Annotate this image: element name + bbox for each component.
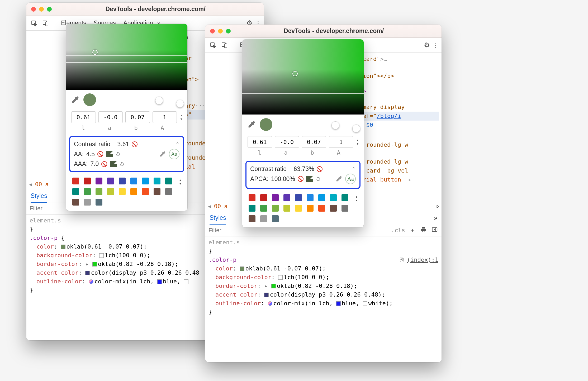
param-l-input[interactable]: 0.61 — [71, 111, 96, 123]
device-icon[interactable] — [220, 40, 230, 50]
color-swatch-icon[interactable] — [99, 253, 104, 258]
tab-styles[interactable]: Styles — [31, 192, 47, 203]
param-l-input[interactable]: 0.61 — [248, 136, 272, 148]
color-swatch-icon[interactable] — [271, 284, 276, 288]
palette-swatch[interactable] — [272, 205, 279, 212]
chevron-right-icon[interactable]: ▸ — [408, 176, 411, 183]
reload-icon[interactable] — [119, 161, 125, 167]
styles-filter-input[interactable] — [30, 205, 59, 212]
inspect-icon[interactable] — [208, 40, 218, 50]
palette-swatch[interactable] — [107, 178, 114, 184]
reload-icon[interactable] — [115, 151, 121, 157]
eyedropper-icon[interactable] — [335, 175, 343, 183]
device-icon[interactable] — [41, 18, 51, 28]
current-color-swatch[interactable] — [260, 118, 272, 131]
param-b-input[interactable]: 0.07 — [125, 111, 150, 123]
color-swatch-icon[interactable] — [61, 245, 65, 249]
palette-swatch[interactable] — [330, 194, 337, 201]
palette-swatch[interactable] — [96, 188, 102, 195]
palette-swatch[interactable] — [342, 205, 348, 212]
hue-handle-icon[interactable] — [331, 121, 339, 129]
aa-badge-icon[interactable]: Aa — [169, 149, 179, 159]
inspect-icon[interactable] — [29, 18, 39, 28]
tabs-overflow-icon[interactable]: » — [434, 215, 437, 222]
color-swatch-icon[interactable] — [85, 271, 90, 275]
crumb-item[interactable]: 00 — [35, 181, 42, 188]
palette-swatch[interactable] — [318, 194, 325, 201]
hue-handle-icon[interactable] — [155, 97, 163, 104]
saturation-picker[interactable] — [242, 39, 364, 115]
titlebar[interactable]: DevTools - developer.chrome.com/ — [205, 25, 442, 38]
minimize-icon[interactable] — [218, 29, 223, 34]
crumb-item[interactable]: 00 — [214, 203, 221, 209]
palette-swatch[interactable] — [165, 188, 172, 195]
titlebar[interactable]: DevTools - developer.chrome.com/ — [26, 3, 264, 16]
suggested-swatch-icon[interactable] — [110, 161, 117, 167]
param-A-input[interactable]: 1 — [153, 111, 177, 123]
styles-filter-input[interactable] — [208, 227, 238, 234]
palette-swatch[interactable] — [295, 205, 302, 212]
eyedropper-icon[interactable] — [71, 95, 80, 104]
saturation-picker[interactable] — [66, 24, 187, 90]
alpha-handle-icon[interactable] — [176, 100, 184, 108]
param-a-input[interactable]: -0.0 — [275, 136, 299, 148]
color-mix-icon[interactable] — [268, 301, 272, 306]
crumb-item[interactable]: a — [224, 203, 227, 209]
eyedropper-icon[interactable] — [247, 120, 256, 129]
collapse-icon[interactable]: ⌃ — [176, 141, 179, 147]
palette-swatch[interactable] — [295, 194, 302, 201]
palette-swatch[interactable] — [330, 205, 337, 212]
palette-stepper-icon[interactable]: ▴▾ — [356, 192, 361, 202]
color-swatch-icon[interactable] — [240, 266, 244, 271]
palette-swatch[interactable] — [283, 194, 290, 201]
palette-swatch[interactable] — [307, 194, 314, 201]
palette-swatch[interactable] — [96, 199, 102, 206]
current-color-swatch[interactable] — [83, 93, 96, 106]
color-swatch-icon[interactable] — [264, 293, 269, 297]
param-A-input[interactable]: 1 — [329, 136, 353, 148]
source-link[interactable]: (index):1 — [407, 255, 438, 264]
palette-swatch[interactable] — [142, 178, 149, 184]
color-mix-icon[interactable] — [89, 279, 93, 284]
palette-swatch[interactable] — [130, 188, 137, 195]
color-swatch-icon[interactable] — [92, 262, 97, 266]
palette-swatch[interactable] — [272, 215, 279, 222]
palette-swatch[interactable] — [272, 194, 279, 201]
palette-swatch[interactable] — [249, 194, 255, 201]
zoom-icon[interactable] — [47, 7, 52, 12]
palette-swatch[interactable] — [84, 188, 91, 195]
palette-swatch[interactable] — [154, 188, 160, 195]
palette-swatch[interactable] — [307, 205, 314, 212]
panel-icon[interactable] — [431, 227, 438, 234]
palette-swatch[interactable] — [260, 194, 267, 201]
palette-swatch[interactable] — [249, 215, 255, 222]
crumb-prev-icon[interactable]: ◀ — [208, 203, 211, 209]
suggested-swatch-icon[interactable] — [106, 151, 113, 157]
color-swatch-icon[interactable] — [336, 301, 341, 306]
palette-swatch[interactable] — [72, 199, 79, 206]
href-link[interactable]: /blog/i — [377, 113, 401, 119]
palette-swatch[interactable] — [142, 188, 149, 195]
param-a-input[interactable]: -0.0 — [98, 111, 123, 123]
color-swatch-icon[interactable] — [363, 301, 367, 306]
palette-swatch[interactable] — [107, 188, 114, 195]
color-swatch-icon[interactable] — [157, 279, 162, 284]
close-icon[interactable] — [31, 7, 36, 12]
settings-icon[interactable]: ⚙ — [424, 41, 430, 49]
plus-icon[interactable]: + — [409, 227, 416, 234]
suggested-swatch-icon[interactable] — [306, 176, 313, 182]
minimize-icon[interactable] — [39, 7, 44, 12]
palette-stepper-icon[interactable]: ▴▾ — [179, 175, 185, 185]
palette-swatch[interactable] — [165, 178, 172, 184]
palette-swatch[interactable] — [119, 178, 126, 184]
palette-swatch[interactable] — [260, 205, 267, 212]
palette-swatch[interactable] — [72, 188, 79, 195]
palette-swatch[interactable] — [84, 199, 91, 206]
palette-swatch[interactable] — [72, 178, 79, 184]
collapse-icon[interactable]: ⌃ — [352, 166, 356, 172]
palette-swatch[interactable] — [96, 178, 102, 184]
close-icon[interactable] — [210, 29, 215, 34]
format-stepper-icon[interactable]: ▴▾ — [179, 111, 182, 123]
reload-icon[interactable] — [316, 176, 321, 182]
palette-swatch[interactable] — [283, 205, 290, 212]
